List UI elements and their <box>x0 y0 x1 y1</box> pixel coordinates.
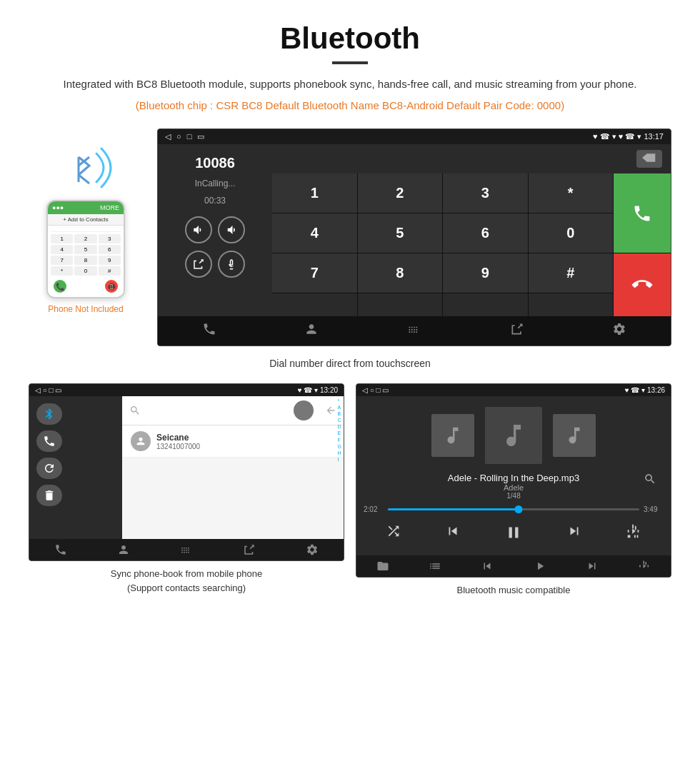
pb-bluetooth-item[interactable] <box>36 403 115 425</box>
progress-dot <box>515 505 523 513</box>
phone-btn-8: 8 <box>74 256 96 265</box>
prev-button[interactable] <box>445 523 461 539</box>
music-nav-folder[interactable] <box>376 560 389 573</box>
volume-up-button[interactable] <box>185 216 212 243</box>
phone-btn-5: 5 <box>74 245 96 254</box>
nav-transfer-icon[interactable] <box>510 322 524 340</box>
pb-nav-bar <box>29 539 344 560</box>
album-art-right <box>553 414 596 457</box>
music-track-num: 1/48 <box>364 492 664 500</box>
phone-add-contact: + Add to Contacts <box>48 214 124 226</box>
album-art-left <box>431 414 474 457</box>
pb-content: Seicane 13241007000 * A B C D E <box>122 396 344 539</box>
pb-nav-phone[interactable] <box>54 543 67 556</box>
status-bar-right: ♥ ☎ ▾ ♥ ☎ ▾ 13:17 <box>593 132 664 141</box>
description-text: Integrated with BC8 Bluetooth module, su… <box>29 76 671 93</box>
orange-info-text: (Bluetooth chip : CSR BC8 Default Blueto… <box>29 97 671 114</box>
microphone-button[interactable] <box>218 251 245 278</box>
dialpad-area: 1 2 3 * 4 5 6 0 7 <box>272 144 671 316</box>
music-nav-playlist[interactable] <box>429 560 441 573</box>
next-button[interactable] <box>566 523 582 539</box>
nav-settings-icon[interactable] <box>612 322 626 340</box>
backspace-button[interactable] <box>636 150 662 168</box>
time-display: ♥ ☎ ▾ 13:17 <box>619 132 664 141</box>
music-info: Adele - Rolling In the Deep.mp3 Adele 1/… <box>364 473 664 500</box>
phone-btn-hash: # <box>99 266 121 276</box>
pb-status-bar: ◁ ○ □ ▭ ♥ ☎ ▾ 13:20 <box>29 384 344 396</box>
music-search-button[interactable] <box>644 473 656 488</box>
volume-down-button[interactable] <box>218 216 245 243</box>
key-6[interactable]: 6 <box>443 213 528 253</box>
pb-status-left: ◁ ○ □ ▭ <box>35 386 61 394</box>
equalizer-button[interactable] <box>626 523 641 539</box>
key-star[interactable]: * <box>529 173 614 213</box>
key-empty4 <box>529 293 614 316</box>
contact-row[interactable]: Seicane 13241007000 <box>122 425 344 458</box>
pb-refresh-item[interactable] <box>36 458 115 479</box>
pb-nav-settings[interactable] <box>306 543 319 556</box>
alphabet-index: * A B C D E F G H I <box>336 396 344 539</box>
phone-bottom-buttons: 📞 📵 <box>51 278 121 294</box>
music-controls <box>364 520 664 545</box>
call-icon: ☎ <box>600 132 610 141</box>
back-icon: ◁ <box>165 132 171 141</box>
music-nav-play[interactable] <box>534 560 546 573</box>
music-info-row: Adele - Rolling In the Deep.mp3 Adele 1/… <box>364 473 664 505</box>
key-2[interactable]: 2 <box>358 173 443 213</box>
nav-contacts-icon[interactable] <box>304 322 319 340</box>
key-hash[interactable]: # <box>529 253 614 293</box>
recents-icon: □ <box>187 132 192 141</box>
call-controls-row2 <box>185 251 245 278</box>
phone-top-label: ●●● <box>52 204 64 211</box>
key-4[interactable]: 4 <box>272 213 357 253</box>
pb-phone-icon <box>36 430 62 452</box>
key-8[interactable]: 8 <box>358 253 443 293</box>
music-nav-next[interactable] <box>586 560 599 573</box>
key-5[interactable]: 5 <box>358 213 443 253</box>
pb-nav-transfer[interactable] <box>243 543 256 556</box>
music-nav-eq[interactable] <box>638 560 651 573</box>
phone-dialpad-area: 1 2 3 4 5 6 7 8 9 * 0 # 📞 <box>48 226 124 297</box>
pb-refresh-icon <box>36 458 62 479</box>
end-call-button[interactable] <box>614 253 671 316</box>
pb-sidebar <box>29 396 122 539</box>
contact-name: Seicane <box>156 433 200 443</box>
call-button[interactable] <box>614 173 671 253</box>
phone-btn-2: 2 <box>74 234 96 243</box>
contact-info: Seicane 13241007000 <box>156 433 200 450</box>
numpad-grid: 1 2 3 * 4 5 6 0 7 <box>272 173 671 316</box>
gps-icon: ♥ <box>593 132 598 141</box>
call-timer: 00:33 <box>204 196 226 206</box>
page-title: Bluetooth <box>29 21 671 56</box>
pb-nav-contacts[interactable] <box>117 543 130 556</box>
nav-dialpad-icon[interactable] <box>407 322 421 340</box>
pb-delete-item[interactable] <box>36 485 115 506</box>
key-0[interactable]: 0 <box>529 213 614 253</box>
key-7[interactable]: 7 <box>272 253 357 293</box>
pb-search-icon <box>129 405 141 416</box>
home-icon: ○ <box>176 132 181 141</box>
phone-more-label: MORE <box>100 204 119 211</box>
phone-end-button[interactable]: 📵 <box>105 280 118 293</box>
play-pause-button[interactable] <box>504 523 523 542</box>
pb-nav-grid[interactable] <box>180 543 193 556</box>
phonebook-screen: ◁ ○ □ ▭ ♥ ☎ ▾ 13:20 <box>29 383 344 561</box>
phone-top-bar: ●●● MORE <box>48 201 124 214</box>
phone-call-button[interactable]: 📞 <box>54 280 66 293</box>
progress-track[interactable] <box>388 508 639 510</box>
key-9[interactable]: 9 <box>443 253 528 293</box>
phone-illustration: ●●● MORE + Add to Contacts 1 2 3 4 5 6 7… <box>29 128 143 314</box>
phone-btn-star: * <box>51 266 73 276</box>
call-status: InCalling... <box>195 178 236 188</box>
pb-phone-item[interactable] <box>36 430 115 452</box>
shuffle-button[interactable] <box>386 523 401 539</box>
transfer-button[interactable] <box>185 251 212 278</box>
nav-phone-icon[interactable] <box>202 322 216 340</box>
music-nav-prev[interactable] <box>481 560 494 573</box>
key-1[interactable]: 1 <box>272 173 357 213</box>
key-empty2 <box>358 293 443 316</box>
android-status-bar: ◁ ○ □ ▭ ♥ ☎ ▾ ♥ ☎ ▾ 13:17 <box>158 129 671 144</box>
key-3[interactable]: 3 <box>443 173 528 213</box>
phone-btn-6: 6 <box>99 245 121 254</box>
progress-fill <box>388 508 519 510</box>
